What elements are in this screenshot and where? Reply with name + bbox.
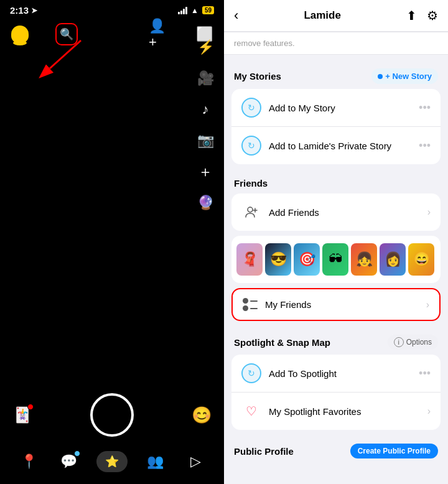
right-controls: ⚡ 🎥 ♪ 📷 ＋ 🔮 xyxy=(195,37,215,213)
avatar-button[interactable] xyxy=(10,24,30,44)
add-friends-label: Add Friends xyxy=(269,207,420,218)
new-story-button[interactable]: + New Story xyxy=(371,68,438,84)
lens-button[interactable]: 🔮 xyxy=(195,193,215,213)
video-button[interactable]: 🎥 xyxy=(195,68,215,88)
add-to-spotlight-item[interactable]: ↻ Add To Spotlight ••• xyxy=(231,355,441,392)
flash-button[interactable]: ⚡ xyxy=(195,37,215,57)
flash-icon: ⚡ xyxy=(197,39,214,55)
add-person-icon xyxy=(241,202,261,222)
wifi-icon: ▲ xyxy=(191,6,198,15)
options-label: Options xyxy=(406,338,432,347)
add-friend-icon: 👤+ xyxy=(149,18,169,50)
lens-icon: 🔮 xyxy=(197,195,214,211)
friend-avatar-7: 😄 xyxy=(408,243,434,276)
spotlight-more-icon[interactable]: ••• xyxy=(419,367,431,380)
snap-button[interactable]: ⭐ xyxy=(96,451,128,472)
settings-button[interactable]: ⚙ xyxy=(427,8,438,23)
cards-notification xyxy=(27,404,34,410)
spotlight-section-header: Spotlight & Snap Map i Options xyxy=(224,326,448,355)
profile-scroll[interactable]: remove features. My Stories + New Story … xyxy=(224,32,448,484)
my-story-icon: ↻ xyxy=(241,98,261,118)
friends-title: Friends xyxy=(234,178,268,188)
friend-avatar-5: 👧 xyxy=(351,243,377,276)
camera-flip-button[interactable]: 📷 xyxy=(195,131,215,151)
signal-icon xyxy=(178,7,187,14)
profile-panel: ‹ Lamide ⬆ ⚙ remove features. My Stories… xyxy=(224,0,448,484)
my-friends-icon xyxy=(243,298,258,311)
svg-point-2 xyxy=(248,207,253,212)
add-to-private-label: Add to Lamide's Private Story xyxy=(269,141,411,151)
profile-header: ‹ Lamide ⬆ ⚙ xyxy=(224,0,448,32)
add-to-private-story-item[interactable]: ↻ Add to Lamide's Private Story ••• xyxy=(231,126,441,164)
status-icons: ▲ 59 xyxy=(178,6,214,15)
map-button[interactable]: 📍 xyxy=(16,449,41,474)
avatars-row: 🧣 😎 🎯 🕶 👧 👩 😄 xyxy=(236,243,436,276)
profile-title: Lamide xyxy=(304,9,341,22)
send-button[interactable]: ▷ xyxy=(183,449,208,474)
spotlight-favorites-item[interactable]: ♡ My Spotlight Favorites › xyxy=(231,392,441,430)
add-button[interactable]: ＋ xyxy=(195,162,215,182)
my-friends-item[interactable]: My Friends › xyxy=(233,289,439,320)
snap-icon: ⭐ xyxy=(105,455,119,468)
stories-title: My Stories xyxy=(234,71,281,81)
plus-icon: ＋ xyxy=(198,162,213,182)
emoji-icon: 😊 xyxy=(192,406,212,425)
stories-section-header: My Stories + New Story xyxy=(224,60,448,89)
spotlight-options-button[interactable]: i Options xyxy=(388,335,438,350)
add-friends-card: Add Friends › xyxy=(231,193,441,231)
header-actions: ⬆ ⚙ xyxy=(406,8,438,23)
spotlight-favorites-label: My Spotlight Favorites xyxy=(269,406,420,417)
capture-button[interactable] xyxy=(90,393,134,437)
chat-notification xyxy=(74,450,80,457)
avatar-icon xyxy=(11,26,29,43)
stories-list: ↻ Add to My Story ••• ↻ Add to Lamide's … xyxy=(231,89,441,164)
my-friends-label: My Friends xyxy=(265,299,419,310)
send-icon: ▷ xyxy=(190,454,201,470)
create-public-button[interactable]: Create Public Profile xyxy=(350,444,438,458)
public-profile-header: Public Profile Create Public Profile xyxy=(224,435,448,463)
my-story-more-icon[interactable]: ••• xyxy=(419,101,431,114)
location-arrow-icon: ➤ xyxy=(31,6,37,15)
capture-row: 🃏 😊 xyxy=(10,393,214,437)
music-button[interactable]: ♪ xyxy=(195,100,215,119)
friends-button[interactable]: 👥 xyxy=(143,449,168,474)
add-friends-chevron: › xyxy=(427,207,431,218)
favorites-chevron: › xyxy=(427,406,431,417)
battery-icon: 59 xyxy=(202,6,214,14)
heart-icon: ♡ xyxy=(241,401,261,421)
friends-icon: 👥 xyxy=(147,454,164,470)
bottom-controls: 🃏 😊 📍 💬 ⭐ 👥 ▷ xyxy=(0,393,224,484)
add-to-my-story-item[interactable]: ↻ Add to My Story ••• xyxy=(231,89,441,126)
back-button[interactable]: ‹ xyxy=(234,7,238,24)
private-story-more-icon[interactable]: ••• xyxy=(419,139,431,152)
add-to-spotlight-label: Add To Spotlight xyxy=(269,368,411,379)
my-friends-card[interactable]: My Friends › xyxy=(231,288,441,321)
camera-flip-icon: 📷 xyxy=(197,133,214,149)
cards-button[interactable]: 🃏 xyxy=(10,403,35,427)
time-display: 2:13 ➤ xyxy=(10,5,37,16)
tutorial-arrow xyxy=(37,34,87,86)
spotlight-title: Spotlight & Snap Map xyxy=(234,337,330,348)
bottom-nav: 📍 💬 ⭐ 👥 ▷ xyxy=(10,449,214,474)
map-icon: 📍 xyxy=(21,454,37,470)
public-profile-title: Public Profile xyxy=(234,446,294,457)
new-story-dot xyxy=(378,74,383,79)
chat-button[interactable]: 💬 xyxy=(57,449,82,474)
spotlight-icon: ↻ xyxy=(241,363,261,383)
add-to-my-story-label: Add to My Story xyxy=(269,103,411,113)
teaser-text: remove features. xyxy=(224,32,448,55)
friend-avatar-3: 🎯 xyxy=(294,243,320,276)
spotlight-list: ↻ Add To Spotlight ••• ♡ My Spotlight Fa… xyxy=(231,355,441,430)
add-friend-button[interactable]: 👤+ xyxy=(149,24,169,44)
upload-button[interactable]: ⬆ xyxy=(406,8,417,23)
friend-avatar-1: 🧣 xyxy=(236,243,263,276)
add-friends-item[interactable]: Add Friends › xyxy=(231,193,441,231)
svg-line-1 xyxy=(50,40,81,68)
new-story-label: + New Story xyxy=(385,72,432,81)
friend-avatar-6: 👩 xyxy=(380,243,406,276)
friend-avatar-2: 😎 xyxy=(265,243,291,276)
emoji-button[interactable]: 😊 xyxy=(189,403,214,427)
friend-avatar-4: 🕶 xyxy=(322,243,348,276)
status-bar: 2:13 ➤ ▲ 59 xyxy=(0,0,224,18)
music-icon: ♪ xyxy=(202,101,209,118)
